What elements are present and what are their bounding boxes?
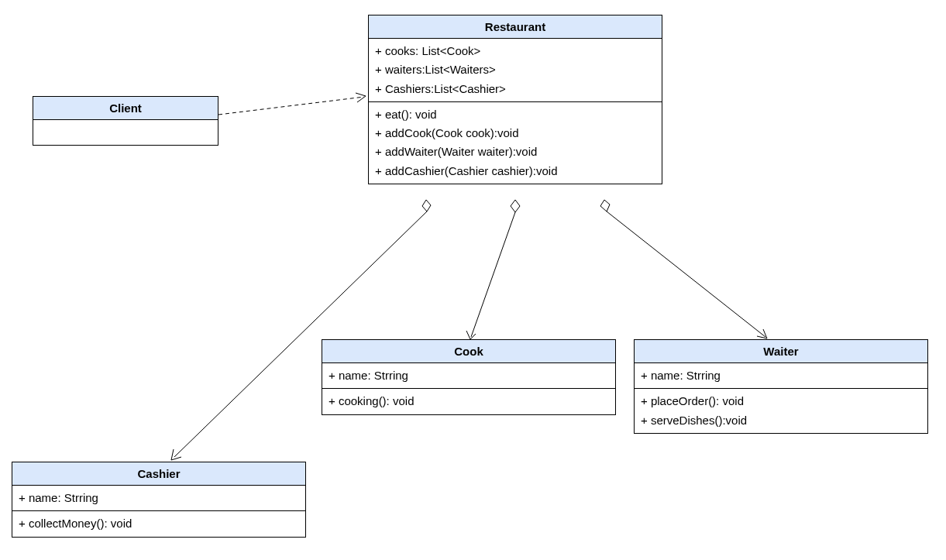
attribute: + cooks: List<Cook> — [375, 42, 655, 60]
svg-line-3 — [607, 211, 765, 337]
method: + serveDishes():void — [641, 411, 921, 430]
class-title: Cook — [322, 340, 615, 363]
attributes-section: + name: Strring — [322, 363, 615, 389]
attributes-section: + name: Strring — [635, 363, 927, 389]
method: + collectMoney(): void — [19, 514, 299, 533]
class-title: Cashier — [12, 462, 305, 486]
class-title: Waiter — [635, 340, 927, 363]
method: + addWaiter(Waiter waiter):void — [375, 143, 655, 161]
attributes-section: + name: Strring — [12, 486, 305, 511]
method: + addCook(Cook cook):void — [375, 124, 655, 143]
attribute: + waiters:List<Waiters> — [375, 60, 655, 79]
dependency-client-restaurant — [218, 93, 366, 115]
methods-section: + collectMoney(): void — [12, 511, 305, 536]
class-client: Client — [33, 96, 218, 146]
svg-line-2 — [471, 212, 515, 337]
methods-section: + placeOrder(): void + serveDishes():voi… — [635, 389, 927, 433]
svg-line-0 — [218, 97, 364, 115]
method: + placeOrder(): void — [641, 392, 921, 411]
class-waiter: Waiter + name: Strring + placeOrder(): v… — [634, 339, 928, 434]
svg-line-1 — [174, 211, 427, 457]
class-restaurant: Restaurant + cooks: List<Cook> + waiters… — [368, 15, 662, 184]
methods-section: + cooking(): void — [322, 389, 615, 414]
class-title: Client — [33, 97, 218, 120]
attributes-section: + cooks: List<Cook> + waiters:List<Waite… — [369, 39, 662, 102]
method: + eat(): void — [375, 105, 655, 124]
attribute: + name: Strring — [19, 489, 299, 507]
attribute: + name: Strring — [329, 366, 609, 385]
class-cashier: Cashier + name: Strring + collectMoney()… — [12, 462, 306, 538]
uml-canvas: Client Restaurant + cooks: List<Cook> + … — [0, 0, 946, 560]
class-title: Restaurant — [369, 15, 662, 39]
attribute: + Cashiers:List<Cashier> — [375, 80, 655, 98]
aggregation-restaurant-waiter — [600, 200, 767, 338]
class-body-empty — [33, 120, 218, 145]
method: + cooking(): void — [329, 392, 609, 411]
methods-section: + eat(): void + addCook(Cook cook):void … — [369, 102, 662, 184]
class-cook: Cook + name: Strring + cooking(): void — [322, 339, 616, 415]
aggregation-restaurant-cashier — [171, 200, 431, 460]
attribute: + name: Strring — [641, 366, 921, 385]
method: + addCashier(Cashier cashier):void — [375, 162, 655, 180]
aggregation-restaurant-cook — [466, 200, 520, 339]
